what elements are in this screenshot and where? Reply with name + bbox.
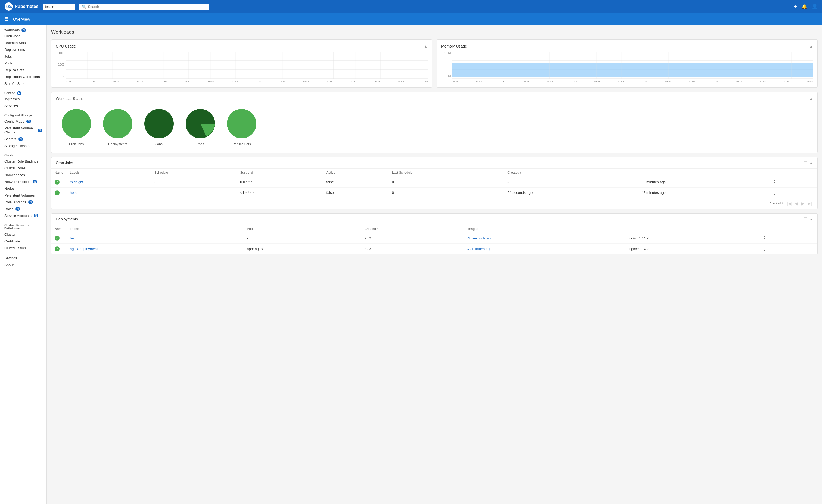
cpu-chart-svg [65,52,428,79]
sidebar-item-services[interactable]: Services [0,102,46,109]
deployments-row1-more-button[interactable]: ⋮ [762,246,767,252]
cron-jobs-row1-more-button[interactable]: ⋮ [772,190,777,196]
logo: k8s kubernetes [4,2,38,11]
table-row: ✓ hello - */1 * * * * false 0 24 seconds… [51,187,817,198]
svg-point-41 [144,109,174,138]
deployments-table-collapse-button[interactable]: ▲ [809,217,813,221]
memory-chart-title: Memory Usage ▲ [441,44,813,48]
sidebar-item-persistent-volumes[interactable]: Persistent Volumes [0,192,46,199]
user-icon[interactable]: 👤 [812,4,818,10]
sidebar-item-cluster-roles[interactable]: Cluster Roles [0,165,46,171]
cron-jobs-next-page-button[interactable]: ▶ [800,200,805,206]
cron-jobs-first-page-button[interactable]: |◀ [786,200,792,206]
sidebar-item-config-maps[interactable]: Config Maps N [0,118,46,125]
charts-row: CPU Usage ▲ 0.01 0.005 0 [51,39,818,87]
sidebar-section-crd: Custom Resource Definitions Cluster Cert… [0,220,46,253]
workload-status-header: Workload Status ▲ [56,96,813,101]
deployments-row0-status: ✓ [51,233,67,243]
cron-jobs-row1-created: 42 minutes ago [638,187,769,198]
sidebar-item-cron-jobs[interactable]: Cron Jobs [0,33,46,39]
cpu-chart-card: CPU Usage ▲ 0.01 0.005 0 [51,39,432,87]
cpu-y-axis: 0.01 0.005 0 [56,52,64,83]
svg-point-43 [227,109,256,138]
cron-jobs-nav: |◀ ◀ ▶ ▶| [786,200,813,206]
search-input[interactable] [88,5,206,9]
sidebar-item-roles[interactable]: Roles N [0,205,46,212]
sidebar-item-role-bindings[interactable]: Role Bindings N [0,199,46,205]
workload-circle-replica-sets: Replica Sets [225,107,258,146]
deployments-col-name: Name [51,225,67,233]
cpu-chart-collapse-button[interactable]: ▲ [424,44,428,48]
sidebar-item-stateful-sets[interactable]: Stateful Sets [0,80,46,87]
sidebar-item-storage-classes[interactable]: Storage Classes [0,142,46,149]
cron-jobs-col-schedule: Schedule [151,168,237,177]
sidebar-item-cluster-role-bindings[interactable]: Cluster Role Bindings [0,158,46,165]
sidebar-item-secrets[interactable]: Secrets N [0,136,46,142]
deployments-col-images: Images [464,225,626,233]
cron-jobs-col-labels: Labels [67,168,151,177]
sidebar-item-crd-certificate[interactable]: Certificate [0,238,46,244]
deployments-table: Name Labels Pods Created ↑ Images ✓ [51,225,817,255]
deployments-row0-more-button[interactable]: ⋮ [762,235,767,241]
cron-jobs-col-suspend: Suspend [237,168,323,177]
sidebar-item-settings[interactable]: Settings [0,255,46,262]
deployments-circle-svg [101,107,134,140]
filter-icon[interactable]: ☰ [804,217,807,221]
cron-jobs-table-collapse-button[interactable]: ▲ [809,161,813,165]
memory-x-axis: 10:3510:3610:3710:3810:3910:4010:4110:42… [452,80,813,83]
cron-jobs-row0-suspend: false [323,177,388,187]
cron-jobs-prev-page-button[interactable]: ◀ [793,200,799,206]
sidebar-item-nodes[interactable]: Nodes [0,185,46,192]
sidebar-item-daemon-sets[interactable]: Daemon Sets [0,39,46,46]
memory-chart-card: Memory Usage ▲ 10 Mi 0 Mi [437,39,818,87]
sidebar-item-jobs[interactable]: Jobs [0,53,46,60]
sidebar-item-network-policies[interactable]: Network Policies N [0,178,46,185]
deployments-row1-images: nginx:1.14.2 [626,243,759,254]
sidebar-item-about[interactable]: About [0,262,46,268]
add-icon[interactable]: + [794,4,797,10]
sidebar-item-namespaces[interactable]: Namespaces [0,171,46,178]
svg-rect-24 [452,62,813,77]
workload-status-collapse-button[interactable]: ▲ [809,96,813,101]
sidebar-config-title: Config and Storage [0,112,46,118]
deployments-row0-images: nginx:1.14.2 [626,233,759,243]
hamburger-icon[interactable]: ☰ [4,16,9,22]
cron-jobs-circle-svg [60,107,93,140]
search-icon: 🔍 [82,5,86,9]
deployments-row1-pods: 3 / 3 [361,243,464,254]
table-row: ✓ nginx-deployment app: nginx 3 / 3 42 m… [51,243,817,254]
main-content: Workloads CPU Usage ▲ 0.01 0.005 0 [47,25,822,504]
sidebar-item-crd-cluster[interactable]: Cluster [0,231,46,238]
sidebar-item-pvc[interactable]: Persistent Volume Claims N [0,125,46,136]
deployments-col-labels: Labels [67,225,244,233]
deployments-row1-labels: app: nginx [244,243,361,254]
cron-jobs-col-created: Created ↑ [504,168,638,177]
cpu-x-axis: 10:3510:3610:3710:3810:3910:4010:4110:42… [65,80,428,83]
kubernetes-logo-icon: k8s [4,2,13,11]
deployments-row1-created: 42 minutes ago [464,243,626,254]
sidebar-item-pods[interactable]: Pods [0,60,46,67]
filter-icon[interactable]: ☰ [804,161,807,165]
namespace-select[interactable]: test ▾ [43,4,75,10]
sidebar-item-replica-sets[interactable]: Replica Sets [0,67,46,73]
cron-jobs-row1-name: hello [67,187,151,198]
cron-jobs-row0-more: ⋮ [769,177,817,187]
sidebar-crd-title: Custom Resource Definitions [0,222,46,231]
sidebar-item-crd-cluster-issuer[interactable]: Cluster Issuer [0,244,46,251]
search-bar[interactable]: 🔍 [78,4,209,10]
cron-jobs-last-page-button[interactable]: ▶| [807,200,813,206]
svg-point-39 [62,109,91,138]
cron-jobs-col-last-schedule: Last Schedule [389,168,504,177]
status-ok-icon: ✓ [55,236,59,240]
cron-jobs-row0-more-button[interactable]: ⋮ [772,179,777,185]
sidebar-section-settings: Settings About [0,253,46,270]
sidebar-item-ingresses[interactable]: Ingresses [0,96,46,102]
sidebar-item-replication-controllers[interactable]: Replication Controllers [0,73,46,80]
status-ok-icon: ✓ [55,246,59,251]
sidebar-item-deployments[interactable]: Deployments [0,46,46,53]
deployments-col-pods: Pods [244,225,361,233]
sidebar-item-service-accounts[interactable]: Service Accounts N [0,212,46,219]
notifications-icon[interactable]: 🔔 [801,4,807,10]
memory-chart-svg [452,52,813,79]
memory-chart-collapse-button[interactable]: ▲ [809,44,813,48]
